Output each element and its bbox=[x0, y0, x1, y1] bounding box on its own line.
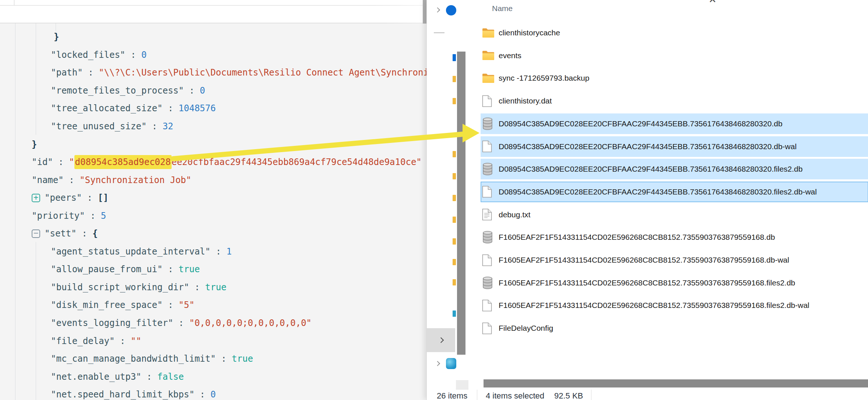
json-line: "events_logging_filter" : "0,0,0,0,0;0,0… bbox=[0, 314, 426, 332]
json-token: : bbox=[189, 282, 205, 292]
json-token: true bbox=[179, 264, 200, 274]
status-bar: 26 items 4 items selected 92.5 KB bbox=[427, 390, 868, 400]
json-token: : bbox=[147, 121, 162, 131]
json-viewer-pane: }"locked_files" : 0"path" : "\\?\C:\User… bbox=[0, 0, 426, 400]
highlighted-id-text: d08954c385ad9ec028 bbox=[74, 155, 172, 169]
file-row[interactable]: sync -1712659793.backup bbox=[481, 68, 868, 88]
json-token: : bbox=[162, 264, 178, 274]
status-separator bbox=[591, 390, 591, 400]
database-icon bbox=[482, 231, 497, 243]
collapse-icon[interactable] bbox=[32, 229, 40, 238]
vertical-scrollbar-thumb[interactable] bbox=[457, 52, 465, 355]
tree-item-icon[interactable] bbox=[446, 358, 456, 369]
column-header-name[interactable]: Name bbox=[492, 4, 513, 13]
json-token: false bbox=[157, 372, 184, 382]
status-separator bbox=[477, 390, 477, 400]
json-token: 1 bbox=[226, 246, 232, 257]
json-line: } bbox=[0, 28, 426, 46]
file-row[interactable]: clienthistorycache bbox=[481, 22, 868, 43]
expand-icon[interactable] bbox=[32, 194, 40, 202]
json-line: "name" : "Synchronization Job" bbox=[0, 171, 426, 189]
json-token: "net.speed_hard_limit_kbps" bbox=[51, 389, 194, 400]
json-line: "agent_status_update_interval" : 1 bbox=[0, 243, 426, 261]
json-token: 1048576 bbox=[179, 103, 216, 113]
json-token: : bbox=[141, 372, 157, 382]
json-token: : bbox=[115, 336, 130, 346]
json-token: : bbox=[162, 300, 178, 310]
json-token: "priority" bbox=[32, 211, 85, 221]
tree-item-sliver bbox=[453, 279, 456, 285]
json-token: "disk_min_free_space" bbox=[51, 300, 162, 310]
file-row[interactable]: D08954C385AD9EC028EE20CFBFAAC29F44345EBB… bbox=[481, 113, 868, 134]
file-icon bbox=[482, 254, 497, 266]
file-row[interactable]: D08954C385AD9EC028EE20CFBFAAC29F44345EBB… bbox=[481, 182, 868, 202]
status-selected-count: 4 items selected bbox=[486, 391, 544, 400]
json-token: : bbox=[82, 193, 98, 203]
json-scrollbar-thumb[interactable] bbox=[423, 0, 426, 24]
json-token: 5 bbox=[101, 211, 106, 221]
json-line: "build_script_working_dir" : true bbox=[0, 278, 426, 297]
tree-item-sliver bbox=[453, 98, 456, 104]
json-token: 0 bbox=[200, 85, 205, 96]
json-token: "locked_files" bbox=[51, 50, 125, 60]
file-explorer-window: ✕ Name clienthistorycacheeventssync -171… bbox=[426, 0, 868, 400]
json-code-lines: }"locked_files" : 0"path" : "\\?\C:\User… bbox=[0, 23, 426, 400]
close-icon[interactable]: ✕ bbox=[707, 0, 718, 6]
file-name: F1605EAF2F1F514331154CD02E596268C8CB8152… bbox=[499, 233, 775, 242]
json-token: "0,0,0,0,0;0,0,0,0,0,0" bbox=[189, 318, 312, 328]
json-token: : bbox=[125, 50, 141, 60]
json-token: [] bbox=[98, 193, 109, 203]
json-token: "peers" bbox=[45, 193, 82, 203]
json-line: "priority" : 5 bbox=[0, 207, 426, 225]
file-name: D08954C385AD9EC028EE20CFBFAAC29F44345EBB… bbox=[499, 119, 783, 128]
json-token: "" bbox=[131, 336, 141, 346]
file-name: F1605EAF2F1F514331154CD02E596268C8CB8152… bbox=[499, 278, 795, 287]
json-line: "path" : "\\?\C:\Users\Public\Documents\… bbox=[0, 64, 426, 82]
tree-expand-chevron-icon[interactable] bbox=[435, 361, 440, 366]
json-token: : bbox=[210, 246, 226, 257]
file-row[interactable]: events bbox=[481, 45, 868, 66]
json-token: ee20cfbfaac29f44345ebb869a4cf79ce54d48de… bbox=[172, 157, 422, 167]
tree-item-sliver bbox=[453, 173, 456, 179]
file-row[interactable]: F1605EAF2F1F514331154CD02E596268C8CB8152… bbox=[481, 250, 868, 270]
horizontal-scrollbar-thumb[interactable] bbox=[484, 379, 868, 387]
expand-pane-button[interactable] bbox=[427, 328, 455, 352]
json-token: "path" bbox=[51, 67, 83, 78]
file-row[interactable]: clienthistory.dat bbox=[481, 91, 868, 111]
json-token: "file_delay" bbox=[51, 336, 115, 346]
tree-item-sliver bbox=[453, 195, 456, 201]
file-row[interactable]: FileDelayConfig bbox=[481, 318, 868, 338]
json-viewer-toolbar bbox=[0, 0, 426, 23]
file-name: FileDelayConfig bbox=[499, 324, 553, 333]
database-icon bbox=[482, 277, 497, 289]
file-row[interactable]: F1605EAF2F1F514331154CD02E596268C8CB8152… bbox=[481, 295, 868, 316]
file-row[interactable]: F1605EAF2F1F514331154CD02E596268C8CB8152… bbox=[481, 273, 868, 293]
folder-icon bbox=[482, 28, 497, 38]
file-row[interactable]: D08954C385AD9EC028EE20CFBFAAC29F44345EBB… bbox=[481, 136, 868, 157]
json-line: "tree_allocated_size" : 1048576 bbox=[0, 99, 426, 117]
json-token: : bbox=[77, 228, 92, 239]
chevron-right-icon bbox=[438, 337, 444, 343]
json-token: true bbox=[205, 282, 226, 292]
json-token: "name" bbox=[32, 175, 64, 185]
file-name: events bbox=[499, 51, 521, 60]
file-row[interactable]: F1605EAF2F1F514331154CD02E596268C8CB8152… bbox=[481, 227, 868, 248]
file-icon bbox=[482, 95, 497, 107]
text-file-icon bbox=[482, 208, 497, 221]
json-token: } bbox=[32, 139, 37, 150]
json-token: : bbox=[194, 389, 210, 400]
json-token: : bbox=[216, 354, 232, 364]
json-token: "tree_unused_size" bbox=[51, 121, 147, 131]
database-icon bbox=[482, 163, 497, 175]
status-selected-size: 92.5 KB bbox=[554, 391, 583, 400]
tree-item-sliver bbox=[453, 238, 456, 245]
file-icon bbox=[482, 140, 497, 152]
json-line: "id" : "d08954c385ad9ec028ee20cfbfaac29f… bbox=[0, 153, 426, 171]
json-token: "events_logging_filter" bbox=[51, 318, 173, 328]
json-token: "id" bbox=[32, 157, 53, 167]
tree-expand-chevron-icon[interactable] bbox=[435, 7, 440, 13]
file-icon bbox=[482, 299, 497, 312]
onedrive-icon[interactable] bbox=[446, 5, 456, 15]
file-row[interactable]: D08954C385AD9EC028EE20CFBFAAC29F44345EBB… bbox=[481, 159, 868, 179]
file-row[interactable]: debug.txt bbox=[481, 204, 868, 225]
